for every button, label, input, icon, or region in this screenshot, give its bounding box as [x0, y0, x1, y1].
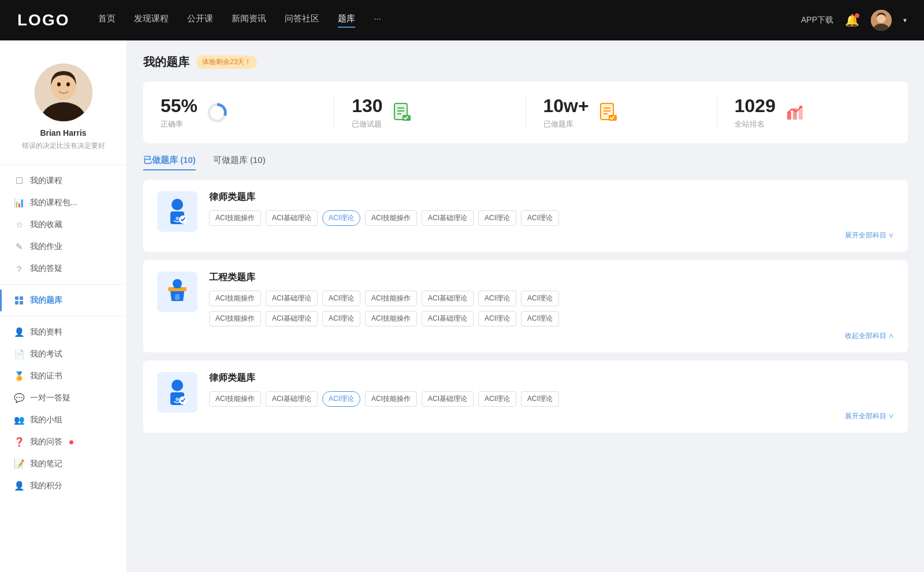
active-indicator: [0, 289, 2, 311]
svg-point-29: [800, 106, 802, 108]
avatar-image: [871, 10, 892, 31]
tag-item-active[interactable]: ACI理论: [322, 210, 360, 226]
sidebar-item-exam[interactable]: 📄 我的考试: [0, 343, 126, 365]
profile-section: Brian Harris 错误的决定比没有决定要好: [0, 52, 126, 160]
file-icon: ☐: [14, 176, 24, 186]
tag-item[interactable]: ACI技能操作: [365, 210, 417, 226]
svg-point-32: [176, 217, 179, 220]
tag-item[interactable]: ACI基础理论: [266, 391, 318, 407]
question-notification-dot: [69, 440, 73, 444]
tab-done-banks[interactable]: 已做题库 (10): [143, 155, 196, 170]
nav-home[interactable]: 首页: [98, 13, 116, 28]
nav-qa[interactable]: 问答社区: [285, 13, 319, 28]
category-right-lawyer-1: 律师类题库 ACI技能操作 ACI基础理论 ACI理论 ACI技能操作 ACI基…: [209, 191, 894, 240]
avatar[interactable]: [871, 10, 892, 31]
tag-item[interactable]: ACI理论: [478, 210, 516, 226]
expand-link-lawyer-2[interactable]: 展开全部科目 ∨: [209, 411, 894, 421]
sidebar-item-question-bank[interactable]: 我的题库: [0, 289, 126, 311]
tag-item[interactable]: ACI技能操作: [365, 391, 417, 407]
stat-accuracy-label: 正确率: [161, 119, 198, 129]
tag-item[interactable]: ACI理论: [322, 311, 360, 326]
tag-item[interactable]: ACI理论: [521, 210, 559, 226]
tag-item[interactable]: ACI理论: [478, 291, 516, 306]
stat-accuracy-value: 55%: [161, 95, 198, 117]
tag-item[interactable]: ACI技能操作: [209, 291, 261, 306]
tag-item[interactable]: ACI基础理论: [422, 391, 474, 407]
tag-item[interactable]: ACI理论: [478, 391, 516, 407]
notification-dot: [855, 13, 859, 18]
tag-item[interactable]: ACI基础理论: [266, 311, 318, 326]
engineer-icon-wrap: [157, 272, 198, 312]
tag-item-active[interactable]: ACI理论: [322, 391, 360, 407]
svg-point-40: [176, 398, 179, 401]
svg-point-36: [173, 279, 182, 288]
sidebar-divider-2: [0, 284, 126, 285]
tag-item[interactable]: ACI技能操作: [209, 391, 261, 407]
sidebar-menu: ☐ 我的课程 📊 我的课程包... ☆ 我的收藏 ✎ 我的作业 ? 我的答疑: [0, 170, 126, 497]
help-circle-icon: ?: [14, 263, 24, 274]
sidebar-item-notes[interactable]: 📝 我的笔记: [0, 453, 126, 475]
tab-available-banks[interactable]: 可做题库 (10): [213, 155, 266, 170]
accuracy-icon: [206, 101, 229, 124]
bar-chart-icon: 📊: [14, 198, 24, 208]
tag-item[interactable]: ACI理论: [521, 291, 559, 306]
notification-bell-icon[interactable]: 🔔: [845, 13, 859, 27]
stat-accuracy: 55% 正确率: [161, 95, 334, 129]
sidebar-item-course-packages[interactable]: 📊 我的课程包...: [0, 192, 126, 214]
stat-banks-value: 10w+: [543, 95, 589, 117]
tabs-row: 已做题库 (10) 可做题库 (10): [143, 155, 908, 170]
tag-item[interactable]: ACI基础理论: [266, 291, 318, 306]
category-card-engineer: 工程类题库 ACI技能操作 ACI基础理论 ACI理论 ACI技能操作 ACI基…: [143, 260, 908, 352]
tag-item[interactable]: ACI基础理论: [422, 291, 474, 306]
nav-more[interactable]: ···: [374, 13, 381, 28]
tags-row-engineer-1: ACI技能操作 ACI基础理论 ACI理论 ACI技能操作 ACI基础理论 AC…: [209, 291, 894, 306]
avatar-dropdown-icon[interactable]: ▾: [903, 16, 907, 24]
category-right-lawyer-2: 律师类题库 ACI技能操作 ACI基础理论 ACI理论 ACI技能操作 ACI基…: [209, 372, 894, 421]
tag-item[interactable]: ACI理论: [521, 391, 559, 407]
tag-item[interactable]: ACI技能操作: [209, 210, 261, 226]
sidebar-item-tutoring[interactable]: 💬 一对一答疑: [0, 387, 126, 409]
sidebar-item-my-courses[interactable]: ☐ 我的课程: [0, 170, 126, 192]
tag-item[interactable]: ACI理论: [478, 311, 516, 326]
sidebar-item-certificate[interactable]: 🏅 我的证书: [0, 365, 126, 387]
sidebar-item-points[interactable]: 👤 我的积分: [0, 475, 126, 497]
svg-point-30: [172, 199, 183, 210]
tag-item[interactable]: ACI理论: [521, 311, 559, 326]
sidebar-item-favorites[interactable]: ☆ 我的收藏: [0, 214, 126, 236]
sidebar-item-groups[interactable]: 👥 我的小组: [0, 409, 126, 431]
collapse-link-engineer[interactable]: 收起全部科目 ∧: [209, 331, 894, 341]
expand-link-lawyer-1[interactable]: 展开全部科目 ∨: [209, 231, 894, 240]
svg-rect-8: [15, 296, 18, 300]
sidebar-item-qa[interactable]: ? 我的答疑: [0, 258, 126, 280]
nav-question-bank[interactable]: 题库: [338, 13, 355, 28]
profile-motto: 错误的决定比没有决定要好: [12, 141, 115, 151]
tags-row-lawyer-2: ACI技能操作 ACI基础理论 ACI理论 ACI技能操作 ACI基础理论 AC…: [209, 391, 894, 407]
logo: LOGO: [17, 11, 69, 29]
message-circle-icon: 💬: [14, 393, 24, 403]
nav-discover[interactable]: 发现课程: [134, 13, 169, 28]
category-name-engineer: 工程类题库: [209, 272, 894, 284]
tag-item[interactable]: ACI技能操作: [365, 311, 417, 326]
tag-item[interactable]: ACI基础理论: [422, 210, 474, 226]
nav-news[interactable]: 新闻资讯: [232, 13, 266, 28]
star-icon: ☆: [14, 220, 24, 230]
sidebar-item-questions[interactable]: ❓ 我的问答: [0, 431, 126, 453]
svg-rect-10: [15, 301, 18, 304]
tag-item[interactable]: ACI基础理论: [422, 311, 474, 326]
main-content: 我的题库 体验剩余23天！ 55% 正确率: [127, 40, 924, 572]
page-title-row: 我的题库 体验剩余23天！: [143, 54, 908, 70]
svg-rect-26: [787, 112, 791, 120]
tag-item[interactable]: ACI技能操作: [209, 311, 261, 326]
stat-questions-label: 已做试题: [352, 119, 382, 129]
tag-item[interactable]: ACI基础理论: [266, 210, 318, 226]
sidebar-item-homework[interactable]: ✎ 我的作业: [0, 236, 126, 258]
nav-open-course[interactable]: 公开课: [187, 13, 213, 28]
tag-item[interactable]: ACI技能操作: [365, 291, 417, 306]
tag-item[interactable]: ACI理论: [322, 291, 360, 306]
users-icon: 👤: [14, 327, 24, 337]
sidebar-divider-3: [0, 316, 126, 317]
lawyer-icon-wrap-2: [157, 372, 198, 413]
app-download-button[interactable]: APP下载: [801, 15, 833, 25]
sidebar-item-profile[interactable]: 👤 我的资料: [0, 321, 126, 343]
questions-done-icon: [391, 101, 414, 124]
